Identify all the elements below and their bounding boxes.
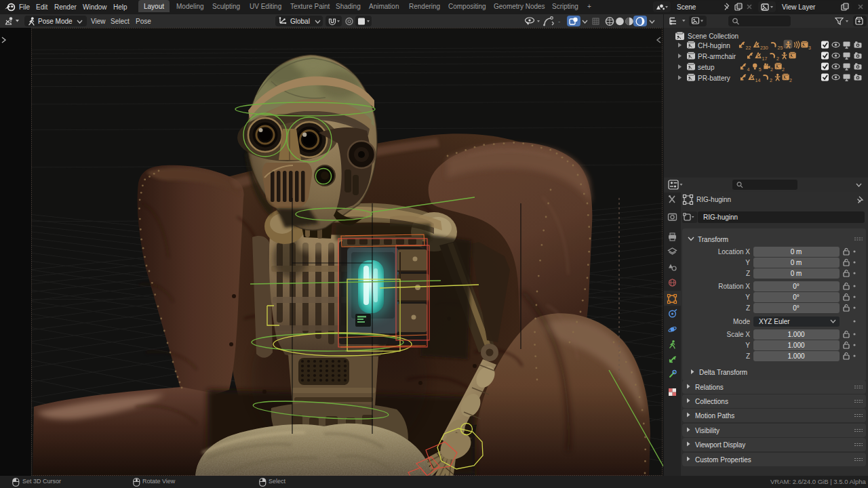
svg-text:2: 2 xyxy=(770,67,773,72)
svg-text:XYZ Euler: XYZ Euler xyxy=(759,318,790,325)
svg-text:Z: Z xyxy=(746,304,750,312)
svg-text:Collections: Collections xyxy=(695,398,728,405)
svg-text:0 m: 0 m xyxy=(791,259,802,266)
svg-text:4: 4 xyxy=(747,67,750,72)
svg-text:Delta Transform: Delta Transform xyxy=(699,369,747,376)
svg-text:PR-armchair: PR-armchair xyxy=(698,53,736,60)
svg-text:1.000: 1.000 xyxy=(787,331,804,338)
svg-text:3: 3 xyxy=(808,45,811,50)
svg-text:RIG-huginn: RIG-huginn xyxy=(703,214,738,221)
svg-text:0 m: 0 m xyxy=(791,270,802,277)
svg-text:Y: Y xyxy=(745,293,750,301)
svg-text:2: 2 xyxy=(789,78,792,83)
svg-text:Mode: Mode xyxy=(733,318,750,325)
svg-text:230: 230 xyxy=(760,45,768,50)
svg-text:Visibility: Visibility xyxy=(695,427,719,434)
svg-text:0°: 0° xyxy=(793,283,800,290)
svg-text:Viewport Display: Viewport Display xyxy=(695,441,745,449)
svg-text:PR-battery: PR-battery xyxy=(698,75,730,82)
svg-text:2: 2 xyxy=(776,56,779,61)
svg-text:Scene Collection: Scene Collection xyxy=(688,33,738,40)
svg-text:5: 5 xyxy=(759,67,762,72)
svg-text:2: 2 xyxy=(782,67,785,72)
svg-text:Custom Properties: Custom Properties xyxy=(695,456,751,464)
svg-text:25: 25 xyxy=(778,45,783,50)
svg-text:Scale X: Scale X xyxy=(727,331,751,338)
svg-text:Z: Z xyxy=(746,352,750,360)
svg-text:Location X: Location X xyxy=(718,248,751,256)
svg-text:Rotation X: Rotation X xyxy=(718,283,750,290)
svg-text:setup: setup xyxy=(698,64,715,71)
svg-text:14: 14 xyxy=(755,78,761,83)
svg-text:CH-huginn: CH-huginn xyxy=(698,42,730,49)
svg-text:Y: Y xyxy=(745,259,750,266)
svg-text:Z: Z xyxy=(746,270,750,277)
svg-text:2: 2 xyxy=(770,78,772,83)
svg-text:0°: 0° xyxy=(793,304,800,312)
svg-text:Motion Paths: Motion Paths xyxy=(695,412,734,420)
svg-text:0°: 0° xyxy=(793,293,800,301)
svg-text:Y: Y xyxy=(745,342,750,349)
svg-text:1.000: 1.000 xyxy=(787,352,804,360)
svg-text:0 m: 0 m xyxy=(791,248,802,256)
svg-text:Relations: Relations xyxy=(695,384,724,391)
svg-text:17: 17 xyxy=(762,56,768,61)
svg-text:1.000: 1.000 xyxy=(787,342,804,349)
svg-text:Transform: Transform xyxy=(698,236,728,243)
svg-text:22: 22 xyxy=(746,45,751,50)
svg-text:RIG-huginn: RIG-huginn xyxy=(696,196,731,203)
